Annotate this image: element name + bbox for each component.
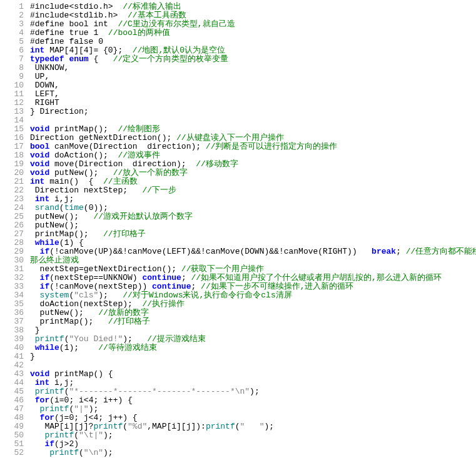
code-line[interactable]: putNew(); //放新的数字 bbox=[30, 309, 476, 317]
code-line[interactable]: bool canMove(Direction direction); //判断是… bbox=[30, 142, 476, 151]
code-line[interactable]: RIGHT bbox=[30, 99, 476, 107]
code-token: "cls" bbox=[74, 291, 98, 300]
code-token: #include<stdio.h> bbox=[30, 2, 123, 11]
code-line[interactable]: #include<stdlib.h> //基本工具函数 bbox=[30, 11, 476, 20]
code-line[interactable]: void putNew(); //放入一个新的数字 bbox=[30, 169, 476, 177]
code-line[interactable]: putNew(); //游戏开始默认放两个数字 bbox=[30, 212, 476, 221]
code-token: void bbox=[30, 159, 49, 169]
code-line[interactable]: for(i=0; i<4; i++) { bbox=[30, 396, 476, 405]
code-line[interactable]: srand(time(0)); bbox=[30, 204, 476, 212]
code-token bbox=[30, 203, 35, 212]
code-token: ; bbox=[191, 282, 201, 291]
line-number: 37 bbox=[3, 317, 24, 326]
code-token: system bbox=[40, 291, 69, 300]
code-line[interactable]: if(nextStep==UNKNOW) continue; //如果不知道用户… bbox=[30, 274, 476, 282]
code-line[interactable]: printMap(); //打印格子 bbox=[30, 230, 476, 239]
code-token: printf bbox=[40, 404, 69, 414]
code-line[interactable]: } bbox=[30, 326, 476, 335]
code-line[interactable]: void printMap(); //绘制图形 bbox=[30, 125, 476, 134]
code-line[interactable]: void move(Direction direction); //移动数字 bbox=[30, 160, 476, 169]
code-line[interactable]: } Direction; bbox=[30, 107, 476, 116]
code-line[interactable]: DOWN, bbox=[30, 81, 476, 90]
code-line[interactable]: void doAction(); //游戏事件 bbox=[30, 151, 476, 160]
code-line[interactable]: #include<stdio.h> //标准输入输出 bbox=[30, 2, 476, 11]
code-line[interactable]: system("cls"); //对于Windows来说,执行命令行命令cls清… bbox=[30, 291, 476, 300]
code-line[interactable]: printf("|"); bbox=[30, 405, 476, 414]
code-token: printf bbox=[44, 431, 74, 440]
code-line[interactable]: typedef enum { //定义一个方向类型的枚举变量 bbox=[30, 55, 476, 64]
code-line[interactable] bbox=[30, 116, 476, 125]
code-line[interactable]: while(1); //等待游戏结束 bbox=[30, 344, 476, 352]
line-number: 1 bbox=[3, 2, 24, 11]
line-number: 41 bbox=[3, 352, 24, 361]
code-token bbox=[30, 291, 40, 300]
code-token: //基本工具函数 bbox=[128, 11, 186, 20]
code-line[interactable]: printf("\n"); bbox=[30, 449, 476, 457]
code-line[interactable]: int main() { //主函数 bbox=[30, 177, 476, 186]
code-token: int bbox=[30, 177, 44, 186]
code-line[interactable]: 那么终止游戏 bbox=[30, 256, 476, 265]
code-token: MAP[i][j]? bbox=[30, 422, 93, 431]
code-line[interactable]: int i,j; bbox=[30, 379, 476, 387]
code-token: i,j; bbox=[49, 194, 74, 204]
code-token: UP, bbox=[30, 72, 49, 81]
code-token bbox=[30, 343, 35, 352]
code-line[interactable]: int MAP[4][4]= {0}; //地图,默认0认为是空位 bbox=[30, 46, 476, 55]
line-number: 24 bbox=[3, 204, 24, 212]
code-line[interactable]: #define false 0 bbox=[30, 37, 476, 46]
code-line[interactable]: UP, bbox=[30, 72, 476, 81]
code-line[interactable]: for(j=0; j<4; j++) { bbox=[30, 414, 476, 422]
code-line[interactable]: #define bool int //C里边没有布尔类型,就自己造 bbox=[30, 20, 476, 29]
code-line[interactable]: printf("*-------*-------*-------*-------… bbox=[30, 387, 476, 396]
code-line[interactable]: printf("You Died!"); //提示游戏结束 bbox=[30, 335, 476, 344]
code-token: } bbox=[30, 326, 40, 335]
code-token: LEFT, bbox=[30, 89, 59, 99]
line-number: 43 bbox=[3, 370, 24, 379]
code-line[interactable]: printMap(); //打印格子 bbox=[30, 317, 476, 326]
line-number: 39 bbox=[3, 335, 24, 344]
code-line[interactable]: Direction getNextDirection(); //从键盘读入下一个… bbox=[30, 134, 476, 142]
code-token: //判断是否可以进行指定方向的操作 bbox=[206, 142, 338, 151]
code-line[interactable]: LEFT, bbox=[30, 90, 476, 99]
code-line[interactable]: nextStep=getNextDirection(); //获取下一个用户操作 bbox=[30, 265, 476, 274]
code-line[interactable]: printf("\t|"); bbox=[30, 431, 476, 440]
code-line[interactable]: } bbox=[30, 352, 476, 361]
code-line[interactable]: if(!canMove(nextStep)) continue; //如果下一步… bbox=[30, 282, 476, 291]
code-token: void bbox=[30, 369, 49, 379]
code-line[interactable]: doAction(nextStep); //执行操作 bbox=[30, 300, 476, 309]
code-token: #include<stdlib.h> bbox=[30, 11, 128, 20]
code-token: ; bbox=[396, 247, 406, 256]
code-token: #define true 1 bbox=[30, 28, 108, 37]
code-token: "*-------*-------*-------*-------*\n" bbox=[69, 387, 250, 396]
code-line[interactable]: Direction nextStep; //下一步 bbox=[30, 186, 476, 195]
code-line[interactable]: #define true 1 //bool的两种值 bbox=[30, 29, 476, 37]
code-token: //如果不知道用户按了个什么键或者用户胡乱按的,那么进入新的循环 bbox=[191, 273, 441, 282]
line-number: 4 bbox=[3, 29, 24, 37]
code-editor-area[interactable]: #include<stdio.h> //标准输入输出#include<stdli… bbox=[30, 0, 476, 458]
code-line[interactable]: UNKNOW, bbox=[30, 64, 476, 72]
code-line[interactable]: putNew(); bbox=[30, 221, 476, 230]
line-number: 10 bbox=[3, 81, 24, 90]
code-token: //任意方向都不能移动, bbox=[406, 247, 476, 256]
code-token: ( bbox=[59, 203, 64, 212]
code-token: #define false 0 bbox=[30, 37, 103, 46]
code-token: //C里边没有布尔类型,就自己造 bbox=[118, 19, 235, 29]
code-token: typedef bbox=[30, 54, 64, 64]
code-line[interactable]: int i,j; bbox=[30, 195, 476, 204]
code-token: void bbox=[30, 124, 49, 134]
code-line[interactable]: if(!canMove(UP)&&!canMove(LEFT)&&!canMov… bbox=[30, 247, 476, 256]
code-line[interactable]: MAP[i][j]?printf("%d",MAP[i][j]):printf(… bbox=[30, 422, 476, 431]
line-number: 31 bbox=[3, 265, 24, 274]
line-number: 8 bbox=[3, 64, 24, 72]
code-token: //执行操作 bbox=[142, 299, 185, 309]
code-line[interactable] bbox=[30, 361, 476, 370]
code-line[interactable]: if(j>2) bbox=[30, 440, 476, 449]
line-number: 34 bbox=[3, 291, 24, 300]
code-token bbox=[30, 448, 49, 457]
code-token: ); bbox=[103, 448, 113, 457]
code-line[interactable]: while(1) { bbox=[30, 239, 476, 247]
line-number: 2 bbox=[3, 11, 24, 20]
code-token: //放入一个新的数字 bbox=[113, 168, 188, 177]
code-line[interactable]: void printMap() { bbox=[30, 370, 476, 379]
code-token bbox=[30, 378, 35, 387]
